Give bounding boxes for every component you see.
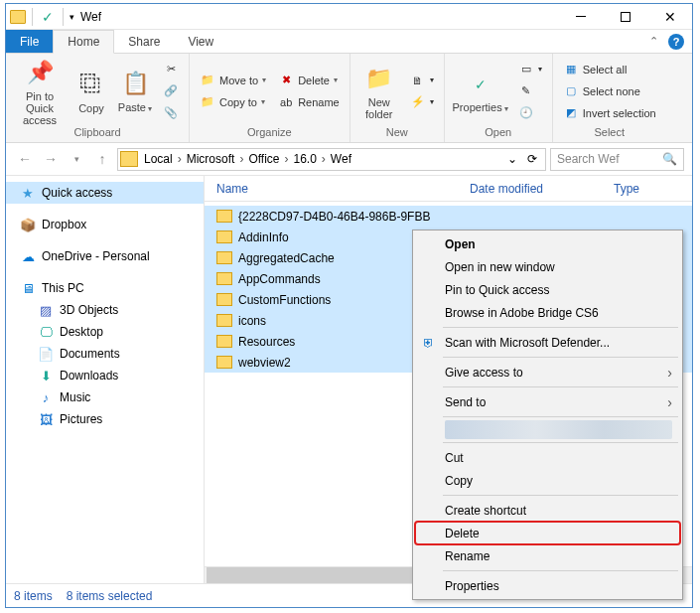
rename-button[interactable]: abRename: [274, 91, 344, 113]
ctx-create-shortcut[interactable]: Create shortcut: [415, 499, 680, 522]
moveto-icon: 📁: [200, 73, 215, 88]
tab-share[interactable]: Share: [114, 30, 174, 53]
properties-icon: [465, 68, 496, 99]
breadcrumb-dropdown-icon[interactable]: ⌄: [503, 152, 521, 166]
properties-button[interactable]: Properties: [451, 68, 510, 115]
breadcrumb-item[interactable]: Local: [142, 152, 175, 166]
paste-shortcut-button[interactable]: 📎: [159, 102, 183, 124]
tab-home[interactable]: Home: [53, 30, 114, 54]
sidebar-item-desktop[interactable]: 🖵Desktop: [6, 321, 204, 343]
maximize-button[interactable]: [603, 4, 647, 29]
copyto-button[interactable]: 📁Copy to: [196, 91, 270, 113]
sidebar-item-pictures[interactable]: 🖼Pictures: [6, 408, 204, 430]
qat-properties-icon[interactable]: [39, 8, 57, 26]
history-button[interactable]: 🕘: [514, 102, 546, 124]
ctx-separator: [443, 416, 678, 417]
forward-button[interactable]: →: [40, 148, 62, 170]
search-input[interactable]: Search Wef 🔍: [550, 148, 684, 171]
moveto-button[interactable]: 📁Move to: [196, 70, 270, 91]
column-name[interactable]: Name: [216, 182, 470, 196]
easy-access-button[interactable]: ⚡▾: [406, 91, 438, 113]
pin-quickaccess-button[interactable]: 📌 Pin to Quick access: [12, 57, 68, 126]
sidebar-item-quickaccess[interactable]: ★Quick access: [6, 182, 204, 204]
up-button[interactable]: ↑: [91, 148, 113, 170]
ctx-cut[interactable]: Cut: [415, 446, 680, 469]
easyaccess-icon: ⚡: [410, 94, 426, 110]
sidebar-item-thispc[interactable]: 🖥This PC: [6, 277, 204, 299]
ribbon-group-new: 📁 New folder 🗎▾ ⚡▾ New: [350, 54, 445, 142]
recent-button[interactable]: ▾: [66, 148, 87, 170]
invert-button[interactable]: ◩Invert selection: [559, 102, 660, 124]
sidebar-item-dropbox[interactable]: 📦Dropbox: [6, 214, 204, 235]
breadcrumb[interactable]: Local Microsoft Office 16.0 Wef ⌄ ⟳: [117, 148, 546, 171]
ribbon-group-select: ▦Select all ▢Select none ◩Invert selecti…: [553, 54, 666, 142]
ctx-send-to[interactable]: Send to: [415, 390, 680, 413]
ctx-open[interactable]: Open: [415, 232, 680, 255]
paste-icon: 📋: [119, 68, 151, 99]
sidebar-item-documents[interactable]: 📄Documents: [6, 343, 204, 365]
column-type[interactable]: Type: [614, 182, 639, 196]
close-button[interactable]: ✕: [647, 4, 692, 29]
window-controls: ✕: [558, 4, 692, 29]
cut-button[interactable]: ✂: [159, 59, 183, 80]
breadcrumb-item[interactable]: 16.0: [292, 152, 319, 166]
sidebar-item-music[interactable]: ♪Music: [6, 386, 204, 408]
dropbox-icon: 📦: [20, 217, 36, 232]
ctx-redacted-item[interactable]: [445, 420, 672, 439]
delete-icon: ✖: [278, 73, 294, 88]
breadcrumb-item[interactable]: Wef: [329, 152, 353, 166]
ctx-rename-label: Rename: [445, 549, 490, 563]
onedrive-label: OneDrive - Personal: [42, 249, 150, 263]
file-item[interactable]: {2228CD97-D4B0-46B4-986B-9FBB: [205, 206, 692, 227]
context-menu: Open Open in new window Pin to Quick acc…: [412, 230, 683, 600]
folder-icon: [216, 210, 232, 223]
ctx-pin-quickaccess[interactable]: Pin to Quick access: [415, 278, 680, 301]
newfolder-button[interactable]: 📁 New folder: [356, 63, 402, 120]
selectall-button[interactable]: ▦Select all: [559, 59, 660, 80]
ctx-defender-scan[interactable]: ⛨Scan with Microsoft Defender...: [415, 331, 680, 354]
folder-icon: [216, 230, 232, 243]
delete-button[interactable]: ✖Delete: [274, 70, 344, 91]
select-group-label: Select: [559, 126, 660, 140]
new-item-button[interactable]: 🗎▾: [406, 70, 438, 91]
documents-label: Documents: [60, 347, 120, 361]
tab-file[interactable]: File: [6, 30, 53, 53]
open-button[interactable]: ▭▾: [514, 59, 546, 80]
ctx-delete-label: Delete: [445, 527, 480, 540]
downloads-label: Downloads: [60, 369, 118, 383]
open-icon: ▭: [518, 62, 534, 77]
file-name: webview2: [238, 356, 291, 370]
file-name: CustomFunctions: [238, 293, 331, 307]
copy-label: Copy: [78, 102, 104, 114]
ctx-copy[interactable]: Copy: [415, 469, 680, 492]
breadcrumb-item[interactable]: Microsoft: [185, 152, 237, 166]
ctx-properties[interactable]: Properties: [415, 574, 680, 597]
edit-button[interactable]: ✎: [514, 80, 546, 102]
sidebar-item-downloads[interactable]: ⬇Downloads: [6, 365, 204, 386]
back-button[interactable]: ←: [14, 148, 36, 170]
ribbon-tabs: File Home Share View ⌃ ?: [6, 30, 692, 54]
ctx-rename[interactable]: Rename: [415, 544, 680, 567]
help-icon[interactable]: ?: [668, 34, 684, 50]
ctx-open-new-window[interactable]: Open in new window: [415, 255, 680, 278]
ribbon: 📌 Pin to Quick access ⿻ Copy 📋 Paste ✂ 🔗…: [6, 54, 692, 143]
minimize-button[interactable]: [558, 4, 603, 29]
tab-view[interactable]: View: [174, 30, 227, 53]
selectnone-button[interactable]: ▢Select none: [559, 80, 660, 102]
pin-label: Pin to Quick access: [12, 90, 68, 126]
selectnone-icon: ▢: [563, 83, 579, 99]
copy-path-button[interactable]: 🔗: [159, 80, 183, 102]
ctx-delete[interactable]: Delete: [415, 522, 680, 544]
ctx-adobe-bridge[interactable]: Browse in Adobe Bridge CS6: [415, 301, 680, 324]
ctx-give-access[interactable]: Give access to: [415, 361, 680, 383]
objects-icon: ▨: [38, 302, 54, 318]
collapse-ribbon-icon[interactable]: ⌃: [649, 35, 658, 48]
sidebar-item-3dobjects[interactable]: ▨3D Objects: [6, 299, 204, 321]
file-name: AggregatedCache: [238, 251, 335, 265]
refresh-button[interactable]: ⟳: [521, 152, 543, 166]
copy-button[interactable]: ⿻ Copy: [71, 69, 111, 114]
breadcrumb-item[interactable]: Office: [246, 152, 281, 166]
sidebar-item-onedrive[interactable]: ☁OneDrive - Personal: [6, 245, 204, 267]
paste-button[interactable]: 📋 Paste: [115, 68, 155, 115]
column-date[interactable]: Date modified: [470, 182, 614, 196]
